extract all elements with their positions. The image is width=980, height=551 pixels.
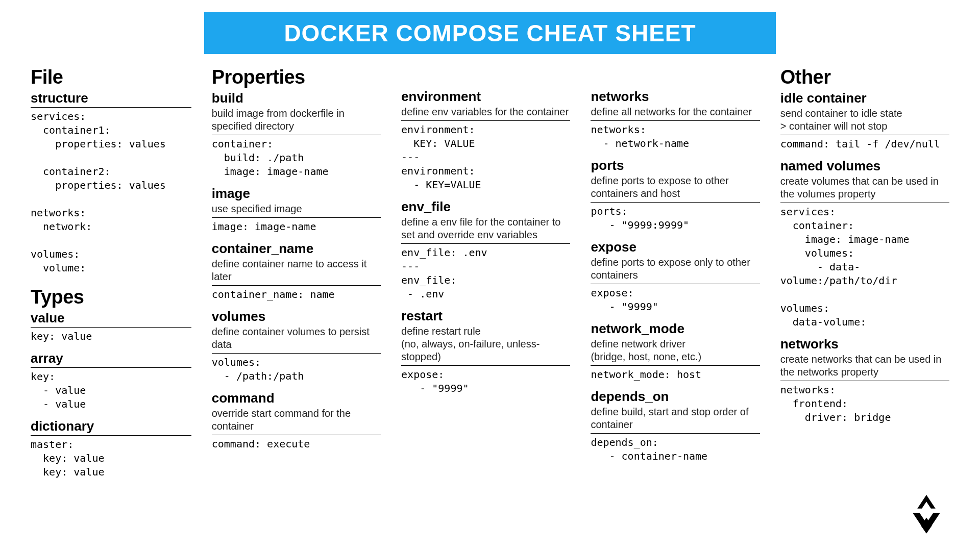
code-value: key: value (31, 330, 191, 343)
desc-command: override start command for the container (212, 407, 381, 433)
separator (591, 365, 760, 366)
page-title: DOCKER COMPOSE CHEAT SHEET (204, 12, 776, 54)
sub-idle-container: idle container (780, 90, 949, 106)
code-env-file: env_file: .env --- env_file: - .env (401, 246, 570, 301)
separator (591, 284, 760, 284)
sub-image: image (212, 186, 381, 202)
code-other-networks: networks: frontend: driver: bridge (780, 383, 949, 424)
separator (401, 120, 570, 121)
heading-other: Other (780, 66, 949, 88)
separator (212, 285, 381, 286)
sub-expose: expose (591, 239, 760, 255)
desc-restart: define restart rule (no, always, on-fail… (401, 325, 570, 363)
sub-environment: environment (401, 89, 570, 105)
desc-idle-container: send container to idle state > container… (780, 107, 949, 133)
heading-properties: Properties (212, 66, 381, 88)
separator (780, 381, 949, 381)
column-properties-b: environment define env variables for the… (401, 63, 570, 480)
separator (780, 203, 949, 203)
code-structure: services: container1: properties: values… (31, 110, 191, 275)
separator (212, 435, 381, 435)
separator (591, 120, 760, 121)
desc-env-file: define a env file for the container to s… (401, 216, 570, 241)
separator (401, 243, 570, 244)
heading-types: Types (31, 286, 191, 308)
separator (212, 353, 381, 354)
column-file-types: File structure services: container1: pro… (31, 63, 191, 480)
desc-image: use specified image (212, 203, 381, 215)
heading-file: File (31, 66, 191, 88)
desc-depends-on: define build, start and stop order of co… (591, 406, 760, 431)
separator (212, 217, 381, 218)
sub-depends-on: depends_on (591, 389, 760, 405)
desc-volumes: define container volumes to persist data (212, 325, 381, 351)
desc-build: build image from dockerfile in specified… (212, 107, 381, 133)
sub-value: value (31, 310, 191, 326)
separator (31, 367, 191, 368)
code-dictionary: master: key: value key: value (31, 438, 191, 479)
separator (212, 135, 381, 135)
code-named-volumes: services: container: image: image-name v… (780, 205, 949, 329)
separator (591, 202, 760, 203)
separator (31, 327, 191, 328)
code-build: container: build: ./path image: image-na… (212, 137, 381, 179)
desc-networks: define all networks for the container (591, 106, 760, 118)
code-idle-container: command: tail -f /dev/null (780, 137, 949, 151)
sub-other-networks: networks (780, 336, 949, 352)
code-container-name: container_name: name (212, 288, 381, 302)
sub-volumes: volumes (212, 309, 381, 324)
desc-network-mode: define network driver (bridge, host, non… (591, 338, 760, 363)
sub-array: array (31, 350, 191, 366)
separator (31, 107, 191, 108)
code-expose: expose: - "9999" (591, 286, 760, 314)
code-ports: ports: - "9999:9999" (591, 205, 760, 232)
code-network-mode: network_mode: host (591, 368, 760, 382)
logo-icon (903, 495, 949, 536)
code-volumes: volumes: - /path:/path (212, 356, 381, 383)
sub-named-volumes: named volumes (780, 158, 949, 174)
sub-networks: networks (591, 89, 760, 105)
sub-container-name: container_name (212, 241, 381, 257)
separator (31, 435, 191, 436)
sub-command: command (212, 390, 381, 406)
sub-build: build (212, 90, 381, 106)
column-properties-c: networks define all networks for the con… (591, 63, 760, 480)
desc-environment: define env variables for the container (401, 106, 570, 118)
desc-container-name: define container name to access it later (212, 258, 381, 283)
desc-ports: define ports to expose to other containe… (591, 174, 760, 200)
separator (401, 365, 570, 366)
desc-other-networks: create networks that can be used in the … (780, 353, 949, 379)
desc-named-volumes: create volumes that can be used in the v… (780, 175, 949, 201)
separator (780, 135, 949, 135)
column-properties-a: Properties build build image from docker… (212, 63, 381, 480)
code-networks: networks: - network-name (591, 123, 760, 151)
sub-dictionary: dictionary (31, 418, 191, 434)
code-command: command: execute (212, 437, 381, 451)
sub-structure: structure (31, 90, 191, 106)
code-environment: environment: KEY: VALUE --- environment:… (401, 123, 570, 192)
code-image: image: image-name (212, 220, 381, 234)
desc-expose: define ports to expose only to other con… (591, 256, 760, 282)
sub-restart: restart (401, 308, 570, 324)
sub-env-file: env_file (401, 199, 570, 215)
sub-ports: ports (591, 158, 760, 173)
sub-network-mode: network_mode (591, 321, 760, 337)
content-columns: File structure services: container1: pro… (31, 63, 949, 480)
code-restart: expose: - "9999" (401, 368, 570, 395)
code-depends-on: depends_on: - container-name (591, 436, 760, 463)
column-other: Other idle container send container to i… (780, 63, 949, 480)
code-array: key: - value - value (31, 370, 191, 411)
separator (591, 433, 760, 434)
